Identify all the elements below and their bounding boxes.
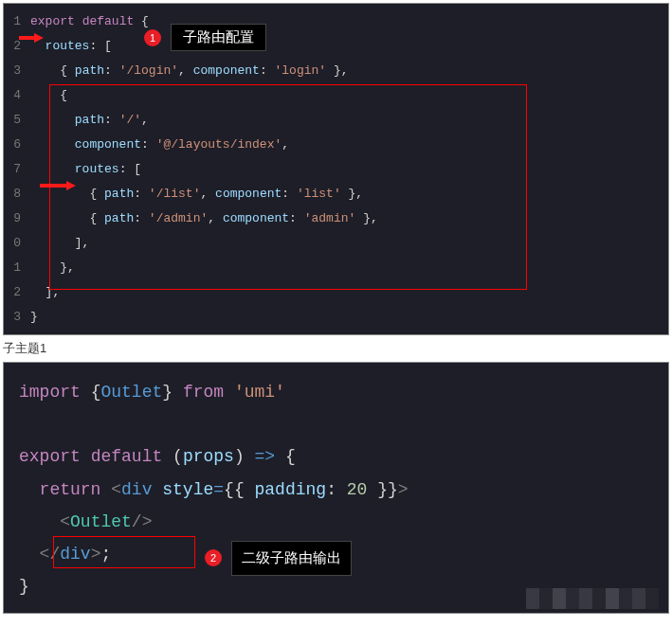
line-number: 8 — [4, 182, 21, 206]
code-line: export default { — [30, 9, 668, 34]
code-line: { path: '/list', component: 'list' }, — [30, 182, 668, 206]
code-content: export default { routes: [ { path: '/log… — [4, 4, 668, 330]
code-line: } — [30, 305, 668, 330]
code-line — [19, 408, 653, 440]
line-number: 2 — [4, 280, 21, 305]
code-line: </div>; — [19, 538, 653, 570]
line-number: 1 — [4, 9, 21, 34]
code-line: <Outlet/> — [19, 506, 653, 538]
code-line: { path: '/admin', component: 'admin' }, — [30, 206, 668, 231]
code-line: routes: [ — [30, 157, 668, 182]
line-number: 0 — [4, 231, 21, 256]
code-line: ], — [30, 231, 668, 256]
code-line: ], — [30, 280, 668, 305]
line-number-gutter: 1 2 3 4 5 6 7 8 9 0 1 2 3 — [4, 4, 21, 330]
caption-text: 子主题1 — [0, 338, 672, 359]
code-line: { path: '/login', component: 'login' }, — [30, 59, 668, 83]
code-line: import {Outlet} from 'umi' — [19, 376, 653, 408]
code-line: export default (props) => { — [19, 440, 653, 473]
watermark-pixelated — [526, 588, 659, 609]
line-number: 7 — [4, 157, 21, 182]
line-number: 6 — [4, 133, 21, 157]
code-block-routes-config: 1 2 3 4 5 6 7 8 9 0 1 2 3 export default… — [3, 3, 669, 335]
line-number: 3 — [4, 59, 21, 83]
code-line: component: '@/layouts/index', — [30, 133, 668, 157]
code-line: return <div style={{ padding: 20 }}> — [19, 474, 653, 506]
line-number: 3 — [4, 305, 21, 330]
code-line: { — [30, 83, 668, 108]
line-number: 1 — [4, 256, 21, 280]
code-block-outlet: import {Outlet} from 'umi' export defaul… — [3, 362, 669, 614]
line-number: 2 — [4, 34, 21, 59]
code-line: routes: [ — [30, 34, 668, 59]
line-number: 5 — [4, 108, 21, 133]
line-number: 9 — [4, 206, 21, 231]
code-line: path: '/', — [30, 108, 668, 133]
line-number: 4 — [4, 83, 21, 108]
code-line: }, — [30, 256, 668, 280]
